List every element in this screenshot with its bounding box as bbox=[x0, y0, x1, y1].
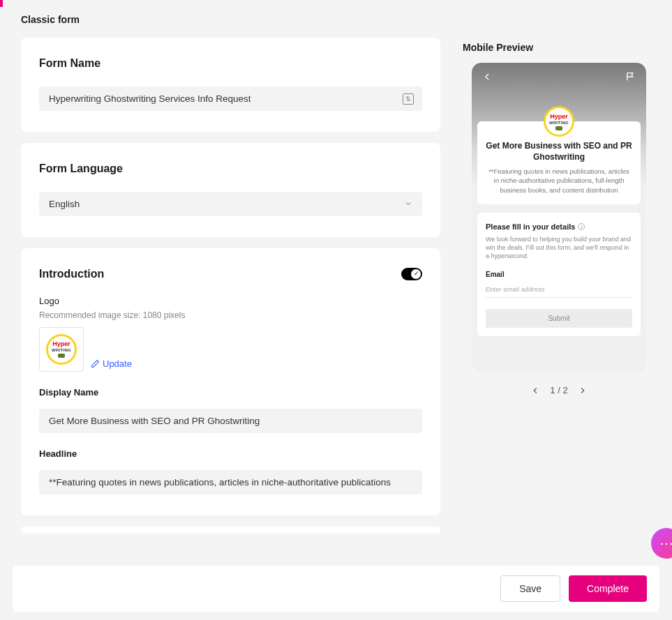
form-name-card: Form Name ⇅ bbox=[21, 38, 440, 132]
complete-button[interactable]: Complete bbox=[569, 575, 647, 602]
footer-bar: Save Complete bbox=[13, 566, 659, 612]
preview-logo: Hyper WRITING bbox=[544, 106, 574, 137]
headline-label: Headline bbox=[39, 448, 422, 459]
headline-input[interactable] bbox=[39, 470, 422, 494]
info-icon: i bbox=[578, 223, 585, 230]
update-logo-label: Update bbox=[103, 358, 132, 369]
preview-logo-text-1: Hyper bbox=[550, 113, 568, 120]
check-icon: ✓ bbox=[414, 270, 419, 277]
preview-form-title: Please fill in your details bbox=[486, 222, 575, 231]
logo-text-2: WRITING bbox=[52, 348, 71, 352]
form-editor-column[interactable]: Form Name ⇅ Form Language English bbox=[21, 38, 443, 557]
preview-logo-accent bbox=[555, 126, 562, 130]
logo-accent bbox=[58, 354, 65, 358]
form-language-heading: Form Language bbox=[39, 162, 422, 175]
preview-headline: **Featuring quotes in news publications,… bbox=[486, 167, 632, 195]
flag-icon[interactable] bbox=[625, 71, 636, 82]
preview-email-input: Enter email address bbox=[486, 285, 632, 298]
form-name-input[interactable] bbox=[39, 86, 422, 111]
save-button[interactable]: Save bbox=[500, 575, 560, 602]
pencil-icon bbox=[91, 359, 100, 368]
page-title: Classic form bbox=[21, 14, 658, 25]
preview-logo-text-2: WRITING bbox=[549, 121, 569, 125]
form-language-card: Form Language English bbox=[21, 143, 440, 237]
logo-thumbnail[interactable]: Hyper WRITING bbox=[39, 327, 84, 372]
pager-prev-icon[interactable] bbox=[530, 386, 540, 395]
display-name-input[interactable] bbox=[39, 409, 422, 433]
accent-bar bbox=[0, 0, 3, 7]
form-language-select[interactable]: English bbox=[39, 192, 422, 216]
logo-label: Logo bbox=[39, 296, 422, 306]
form-name-heading: Form Name bbox=[39, 57, 422, 70]
preview-email-label: Email bbox=[486, 271, 632, 278]
update-logo-link[interactable]: Update bbox=[91, 358, 132, 369]
introduction-toggle[interactable]: ✓ bbox=[401, 268, 422, 280]
back-icon[interactable] bbox=[481, 71, 493, 82]
pager-text: 1 / 2 bbox=[550, 385, 567, 395]
preview-display-name: Get More Business with SEO and PR Ghostw… bbox=[486, 141, 632, 162]
introduction-heading: Introduction bbox=[39, 268, 104, 280]
preview-pager: 1 / 2 bbox=[460, 385, 658, 395]
preview-form-card: Please fill in your details i We look fo… bbox=[477, 213, 641, 335]
preview-form-desc: We look forward to helping you build you… bbox=[486, 235, 632, 260]
logo-text-1: Hyper bbox=[52, 341, 70, 347]
logo-image: Hyper WRITING bbox=[46, 334, 77, 365]
logo-hint: Recommended image size: 1080 pixels bbox=[39, 310, 422, 320]
preview-column: Mobile Preview Hyper WRITING Get More Bu… bbox=[460, 38, 658, 620]
mobile-preview: Hyper WRITING Get More Business with SEO… bbox=[472, 63, 646, 372]
display-name-label: Display Name bbox=[39, 387, 422, 398]
next-card-peek bbox=[21, 527, 440, 534]
preview-submit-button: Submit bbox=[486, 309, 632, 328]
introduction-card: Introduction ✓ Logo Recommended image si… bbox=[21, 248, 440, 515]
preview-title: Mobile Preview bbox=[460, 42, 658, 53]
form-name-action-icon[interactable]: ⇅ bbox=[403, 93, 414, 105]
pager-next-icon[interactable] bbox=[578, 386, 588, 395]
